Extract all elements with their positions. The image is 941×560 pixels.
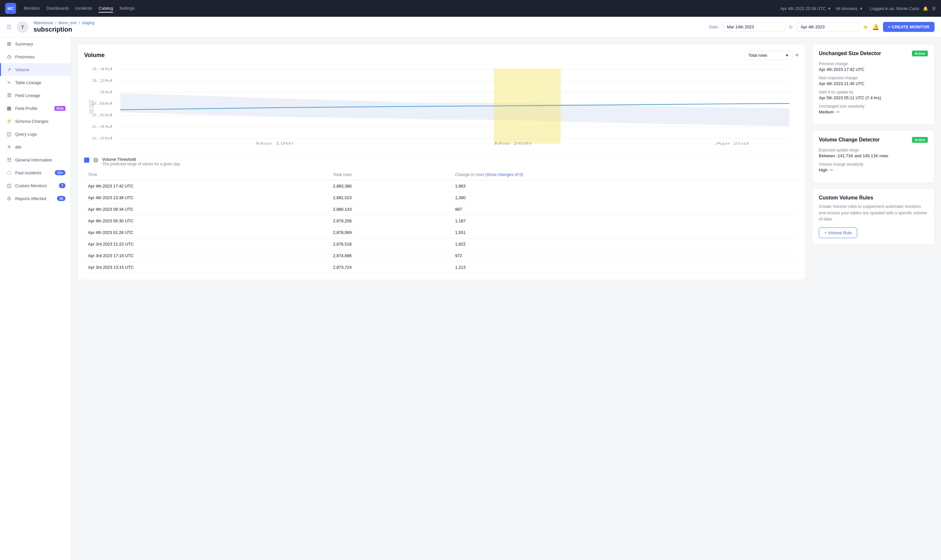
table-row: Apr 3rd 2023 13:15 UTC 2,873,724 1,213 (84, 262, 799, 273)
sidebar-label-reports-affected: Reports Affected (15, 196, 46, 201)
detector-field-sensitivity-2: Volume change sensitivity High ✏ (819, 162, 928, 172)
status-badge-2: Active (912, 137, 928, 143)
reports-affected-icon: ⊙ (6, 195, 12, 202)
total-rows-dropdown[interactable]: Total rows ▾ (744, 51, 792, 60)
hamburger-icon[interactable]: ☰ (6, 23, 12, 31)
custom-monitors-badge: 7 (59, 183, 65, 188)
volume-card: Volume Total rows ▾ + 3.4M 3.2M (77, 44, 806, 280)
sidebar-label-custom-monitors: Custom Monitors (15, 183, 47, 188)
sub-header: ☰ T Warehouse / demo_env / staging subsc… (0, 17, 941, 37)
past-incidents-icon: ◌ (6, 170, 12, 175)
cell-change: 972 (451, 250, 799, 262)
edit-sensitivity-icon-1[interactable]: ✏ (836, 109, 840, 114)
alert-bell-icon[interactable]: 🔔 (872, 23, 879, 31)
sidebar-label-summary: Summary (15, 42, 33, 46)
custom-volume-rules-card: Custom Volume Rules Create Volume rules … (812, 188, 935, 245)
nav-catalog[interactable]: Catalog (98, 5, 113, 12)
svg-text:3M: 3M (100, 90, 113, 94)
sidebar-item-reports-affected[interactable]: ⊙ Reports Affected 16 (0, 192, 71, 205)
page-title-group: Warehouse / demo_env / staging subscript… (34, 21, 704, 33)
general-info-icon: ☷ (6, 157, 12, 163)
legend-dot (93, 158, 98, 163)
status-badge-1: Active (912, 51, 928, 56)
svg-text:3.4M: 3.4M (92, 67, 113, 71)
center-panel: Volume Total rows ▾ + 3.4M 3.2M (77, 44, 806, 554)
date-from-input[interactable] (723, 22, 785, 32)
past-incidents-badge: 10+ (55, 170, 65, 175)
sidebar-item-dbt[interactable]: ✕ dbt (0, 140, 71, 153)
edit-sensitivity-icon-2[interactable]: ✏ (830, 168, 833, 172)
sidebar-item-table-lineage[interactable]: ⤷ Table Lineage (0, 76, 71, 89)
cell-total-rows: 2,880,143 (329, 204, 451, 215)
sidebar-item-freshness[interactable]: ◷ Freshness (0, 50, 71, 63)
cell-time: Apr 4th 2023 13:38 UTC (84, 192, 329, 204)
cell-total-rows: 2,883,386 (329, 180, 451, 192)
sidebar-label-volume: Volume (15, 67, 29, 72)
sidebar-item-past-incidents[interactable]: ◌ Past Incidents 10+ (0, 166, 71, 179)
volume-icon: ↗ (6, 67, 12, 72)
nav-settings[interactable]: Settings (120, 5, 135, 12)
nav-monitors[interactable]: Monitors (24, 5, 40, 12)
unchanged-size-detector-card: Unchanged Size Detector Active Previous … (812, 44, 935, 125)
svg-text:2.6M: 2.6M (92, 114, 113, 117)
breadcrumb: Warehouse / demo_env / staging (34, 21, 704, 25)
cell-total-rows: 2,876,518 (329, 238, 451, 250)
sidebar-item-custom-monitors[interactable]: ◫ Custom Monitors 7 (0, 179, 71, 192)
date-label: Date: (709, 25, 719, 29)
add-chart-icon[interactable]: + (795, 52, 799, 59)
table-lineage-icon: ⤷ (6, 80, 12, 85)
avatar: T (17, 21, 28, 33)
nav-links: Monitors Dashboards Incidents Catalog Se… (24, 5, 772, 12)
sidebar-item-query-logs[interactable]: ◫ Query Logs (0, 128, 71, 140)
sidebar-item-volume[interactable]: ↗ Volume (0, 63, 71, 76)
svg-text:2.4M: 2.4M (92, 125, 113, 129)
field-lineage-icon: ☰ (6, 92, 12, 98)
sidebar-label-field-profile: Field Profile (15, 106, 37, 111)
show-changes-link[interactable]: (show changes of 0) (485, 172, 523, 177)
table-row: Apr 4th 2023 17:42 UTC 2,883,386 1,863 (84, 180, 799, 192)
breadcrumb-env[interactable]: demo_env (58, 21, 77, 25)
cell-total-rows: 2,878,069 (329, 227, 451, 238)
create-monitor-button[interactable]: + CREATE MONITOR (883, 22, 935, 32)
cell-change: 887 (451, 204, 799, 215)
breadcrumb-warehouse[interactable]: Warehouse (34, 21, 53, 25)
sidebar-item-schema-changes[interactable]: ⚡ Schema Changes (0, 115, 71, 128)
sidebar-item-summary[interactable]: ⊞ Summary (0, 37, 71, 50)
topnav-user: Logged in as: Monte Carlo 🔔 ☰ (870, 6, 936, 11)
domain-chevron-icon[interactable]: ▾ (860, 6, 863, 11)
date-to-input[interactable] (796, 22, 859, 32)
chevron-down-icon[interactable]: ▾ (828, 6, 830, 11)
sidebar: ⊞ Summary ◷ Freshness ↗ Volume ⤷ Table L… (0, 37, 71, 560)
cell-time: Apr 4th 2023 09:34 UTC (84, 204, 329, 215)
cell-time: Apr 3rd 2023 21:22 UTC (84, 238, 329, 250)
right-panel: Unchanged Size Detector Active Previous … (812, 44, 935, 554)
svg-text:row count: row count (86, 100, 95, 114)
legend-subtitle: The predicted range of values for a give… (102, 162, 180, 166)
legend-title: Volume Threshold (102, 157, 180, 162)
schema-changes-icon: ⚡ (6, 118, 12, 124)
star-icon[interactable]: ★ (863, 23, 868, 31)
detector-title-2: Volume Change Detector (819, 137, 912, 143)
legend-checkbox[interactable] (84, 158, 89, 163)
nav-dashboards[interactable]: Dashboards (46, 5, 69, 12)
sidebar-item-field-profile[interactable]: ▦ Field Profile Beta (0, 102, 71, 115)
cell-total-rows: 2,879,256 (329, 215, 451, 227)
dbt-icon: ✕ (6, 144, 12, 150)
query-logs-icon: ◫ (6, 131, 12, 137)
menu-icon[interactable]: ☰ (932, 6, 936, 11)
detector-field-prev-change: Previous change Apr 4th 2023 17:42 UTC (819, 62, 928, 72)
sidebar-item-field-lineage[interactable]: ☰ Field Lineage (0, 89, 71, 102)
cell-change: 1,822 (451, 238, 799, 250)
nav-incidents[interactable]: Incidents (75, 5, 92, 12)
bell-icon[interactable]: 🔔 (923, 6, 928, 11)
breadcrumb-schema[interactable]: staging (82, 21, 94, 25)
add-volume-rule-button[interactable]: + Volume Rule (819, 228, 857, 238)
sidebar-label-query-logs: Query Logs (15, 132, 37, 137)
chart-legend: Volume Threshold The predicted range of … (84, 154, 799, 169)
sidebar-item-general-information[interactable]: ☷ General Information (0, 153, 71, 166)
volume-card-header: Volume Total rows ▾ + (84, 51, 799, 60)
volume-chart: 3.4M 3.2M 3M 2.8M 2.6M 2.4M 2.2M (84, 65, 799, 149)
cell-total-rows: 2,874,696 (329, 250, 451, 262)
custom-monitors-icon: ◫ (6, 183, 12, 189)
svg-text:Mar 19th: Mar 19th (256, 142, 294, 145)
